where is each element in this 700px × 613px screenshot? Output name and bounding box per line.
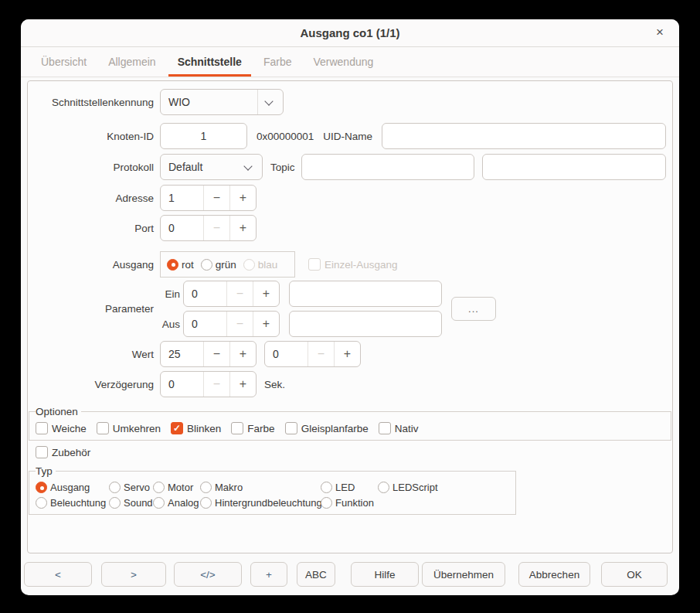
next-button[interactable]: > — [101, 562, 166, 587]
radio-icon — [36, 482, 47, 493]
radio-rot[interactable]: rot — [167, 259, 194, 271]
ok-button[interactable]: OK — [601, 562, 668, 587]
radio-icon — [378, 482, 389, 493]
decrement-button: − — [227, 312, 253, 336]
radio-typ-led[interactable]: LED — [321, 482, 378, 493]
port-value[interactable]: 0 — [161, 216, 203, 240]
topic-input-1[interactable] — [301, 154, 474, 180]
tab-schnittstelle[interactable]: Schnittstelle — [167, 47, 253, 77]
checkbox-umkehren[interactable]: Umkehren — [97, 422, 161, 434]
topic-input-2[interactable] — [482, 154, 666, 180]
help-button[interactable]: Hilfe — [351, 562, 419, 587]
apply-button[interactable]: Übernehmen — [422, 562, 505, 587]
radio-typ-servo[interactable]: Servo — [109, 482, 153, 493]
checkbox-zubehoer[interactable]: Zubehör — [36, 446, 666, 458]
options-legend: Optionen — [36, 406, 81, 417]
parameter-off-value[interactable]: 0 — [184, 312, 226, 336]
radio-typ-analog[interactable]: Analog — [153, 497, 200, 509]
radio-typ-funktion[interactable]: Funktion — [321, 497, 378, 509]
radio-typ-beleuchtung[interactable]: Beleuchtung — [36, 497, 109, 509]
uid-name-input[interactable] — [382, 123, 666, 149]
radio-typ-motor[interactable]: Motor — [153, 482, 200, 493]
parameter-on-spinner: 0 − + — [183, 281, 280, 307]
value-spinner-1: 25 − + — [160, 341, 257, 367]
node-id-hex: 0x00000001 — [257, 131, 314, 142]
increment-button[interactable]: + — [230, 372, 256, 397]
decrement-button[interactable]: − — [204, 186, 229, 210]
parameter-off-label: Aus — [160, 318, 180, 330]
checkbox-icon — [171, 422, 183, 434]
tab-bar: Übersicht Allgemein Schnittstelle Farbe … — [21, 47, 679, 77]
parameter-on-value[interactable]: 0 — [184, 281, 226, 306]
prev-button[interactable]: < — [24, 562, 92, 587]
uid-name-label: UID-Name — [323, 131, 372, 142]
radio-icon — [200, 497, 212, 509]
tab-allgemein[interactable]: Allgemein — [97, 47, 166, 77]
single-output-checkbox: Einzel-Ausgang — [308, 258, 398, 271]
checkbox-icon — [379, 422, 391, 434]
radio-icon — [167, 259, 178, 271]
interface-id-value: WIO — [161, 96, 257, 108]
checkbox-weiche[interactable]: Weiche — [36, 422, 87, 434]
radio-typ-ledscript[interactable]: LEDScript — [378, 482, 509, 493]
increment-button[interactable]: + — [230, 186, 256, 210]
radio-typ-makro[interactable]: Makro — [200, 482, 321, 493]
title-bar: Ausgang co1 (1/1) × — [21, 19, 679, 47]
close-icon[interactable]: × — [653, 19, 667, 46]
radio-typ-hintergrundbeleuchtung[interactable]: Hintergrundbeleuchtung — [200, 497, 321, 509]
parameter-on-text[interactable] — [289, 281, 442, 307]
cancel-button[interactable]: Abbrechen — [518, 562, 590, 587]
value-spinner-2: 0 − + — [264, 341, 361, 367]
tab-farbe[interactable]: Farbe — [253, 47, 303, 77]
value-1[interactable]: 25 — [161, 342, 203, 366]
increment-button[interactable]: + — [253, 312, 279, 336]
chevron-down-icon — [243, 162, 252, 170]
parameter-more-button[interactable]: ... — [451, 297, 496, 321]
parameter-off-spinner: 0 − + — [183, 311, 280, 337]
abc-button[interactable]: ABC — [297, 562, 335, 587]
increment-button[interactable]: + — [230, 342, 256, 366]
radio-icon — [243, 259, 255, 271]
decrement-button: − — [227, 281, 253, 306]
combo-divider — [257, 90, 258, 114]
increment-button[interactable]: + — [253, 281, 279, 306]
tab-verwendung[interactable]: Verwendung — [302, 47, 384, 77]
address-value[interactable]: 1 — [161, 186, 203, 210]
radio-icon — [153, 497, 165, 509]
decrement-button: − — [204, 216, 229, 240]
delay-label: Verzögerung — [34, 379, 154, 390]
parameter-label: Parameter — [34, 303, 154, 315]
increment-button[interactable]: + — [335, 342, 360, 366]
parameter-off-text[interactable] — [289, 311, 442, 337]
checkbox-farbe[interactable]: Farbe — [231, 422, 274, 434]
delay-unit: Sek. — [264, 379, 285, 390]
increment-button[interactable]: + — [230, 216, 256, 240]
address-spinner: 1 − + — [160, 185, 257, 211]
delay-spinner: 0 − + — [160, 371, 257, 397]
radio-gruen[interactable]: grün — [201, 259, 236, 271]
radio-typ-ausgang[interactable]: Ausgang — [36, 482, 109, 493]
checkbox-gleisplanfarbe[interactable]: Gleisplanfarbe — [285, 422, 369, 434]
code-button[interactable]: </> — [174, 562, 242, 587]
form-panel: Schnittstellenkennung WIO Knoten-ID 0x00… — [27, 80, 673, 553]
address-label: Adresse — [34, 192, 154, 204]
decrement-button[interactable]: − — [204, 342, 229, 366]
checkbox-icon — [36, 446, 48, 458]
radio-blau: blau — [243, 259, 278, 271]
node-id-input[interactable] — [160, 123, 247, 149]
radio-typ-sound[interactable]: Sound — [109, 497, 153, 509]
delay-value[interactable]: 0 — [161, 372, 203, 397]
checkbox-blinken[interactable]: Blinken — [171, 422, 221, 434]
value-label: Wert — [34, 349, 154, 360]
topic-label: Topic — [270, 162, 295, 173]
add-button[interactable]: + — [250, 562, 287, 587]
value-2[interactable]: 0 — [265, 342, 308, 366]
options-group: Optionen Weiche Umkehren Blinken Farbe — [29, 406, 671, 441]
checkbox-nativ[interactable]: Nativ — [379, 422, 419, 434]
tab-uebersicht[interactable]: Übersicht — [30, 47, 97, 77]
type-group: Typ Ausgang Servo Motor Makro — [29, 465, 516, 515]
window-title: Ausgang co1 (1/1) — [21, 19, 679, 47]
output-label: Ausgang — [34, 259, 154, 271]
protocol-combobox[interactable]: Default — [160, 154, 263, 180]
interface-id-combobox[interactable]: WIO — [160, 89, 284, 115]
